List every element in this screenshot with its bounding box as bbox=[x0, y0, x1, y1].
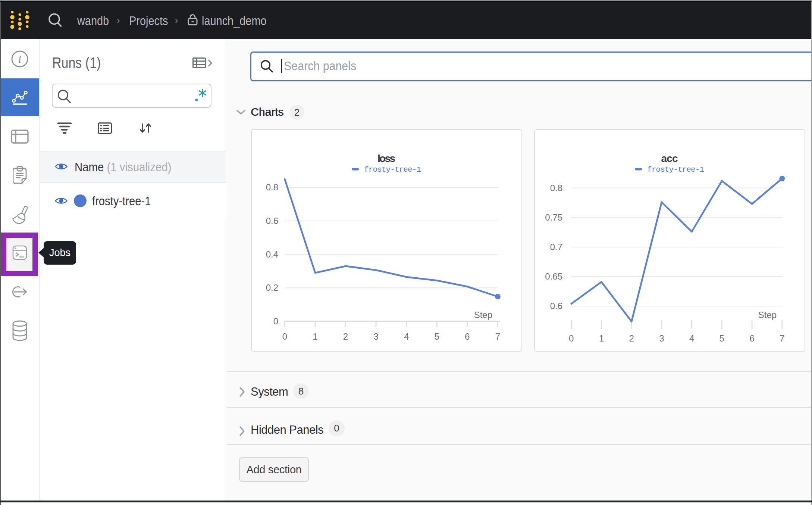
svg-text:0: 0 bbox=[273, 316, 278, 326]
svg-text:6: 6 bbox=[749, 333, 754, 343]
svg-text:Step: Step bbox=[758, 310, 777, 320]
svg-text:loss: loss bbox=[377, 153, 395, 164]
svg-text:1: 1 bbox=[313, 331, 317, 342]
svg-text:0.8: 0.8 bbox=[266, 182, 278, 192]
svg-text:5: 5 bbox=[719, 333, 724, 343]
svg-text:0.8: 0.8 bbox=[550, 183, 562, 193]
svg-text:5: 5 bbox=[435, 331, 439, 342]
svg-text:0.6: 0.6 bbox=[550, 301, 562, 311]
svg-text:0.65: 0.65 bbox=[545, 271, 562, 281]
svg-text:frosty-tree-1: frosty-tree-1 bbox=[647, 165, 704, 174]
svg-text:6: 6 bbox=[465, 331, 470, 342]
svg-text:i: i bbox=[18, 53, 21, 65]
svg-text:7: 7 bbox=[495, 331, 500, 342]
svg-text:1: 1 bbox=[599, 333, 604, 343]
svg-text:4: 4 bbox=[689, 333, 694, 343]
svg-text:2: 2 bbox=[343, 331, 348, 342]
svg-text:0.4: 0.4 bbox=[266, 249, 278, 259]
svg-text:0: 0 bbox=[569, 333, 574, 343]
svg-text:0.2: 0.2 bbox=[266, 283, 278, 293]
svg-text:0: 0 bbox=[282, 331, 287, 342]
svg-text:7: 7 bbox=[780, 333, 784, 343]
svg-text:3: 3 bbox=[659, 333, 664, 343]
svg-text:frosty-tree-1: frosty-tree-1 bbox=[364, 165, 421, 174]
svg-text:0.75: 0.75 bbox=[545, 212, 562, 222]
svg-text:Step: Step bbox=[474, 310, 492, 320]
svg-text:acc: acc bbox=[661, 153, 678, 164]
svg-text:0.6: 0.6 bbox=[266, 216, 278, 226]
svg-text:0.7: 0.7 bbox=[550, 242, 562, 252]
svg-text:3: 3 bbox=[373, 331, 378, 342]
svg-text:2: 2 bbox=[629, 333, 634, 343]
svg-text:4: 4 bbox=[404, 331, 409, 342]
